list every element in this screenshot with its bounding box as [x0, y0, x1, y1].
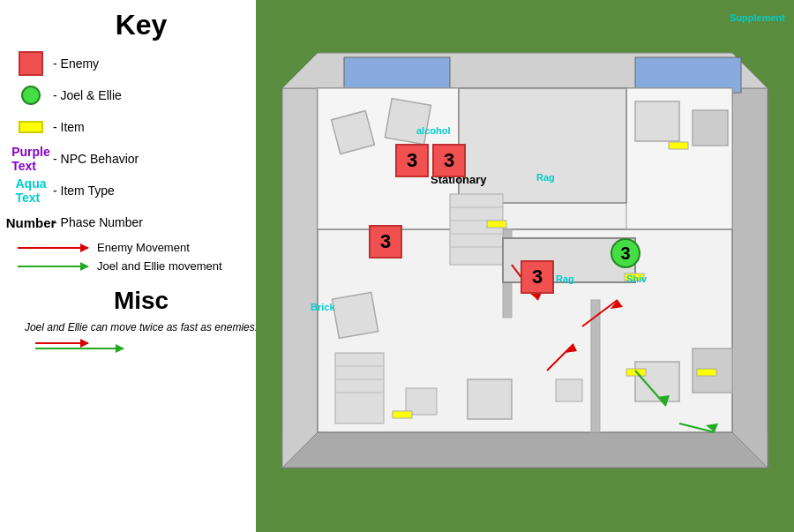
svg-rect-26: [693, 110, 728, 146]
aqua-label: - Item Type: [53, 184, 115, 198]
joel-arrow-container: [18, 266, 88, 267]
number-icon: Number: [18, 209, 44, 236]
enemy-label: - Enemy: [53, 56, 99, 71]
enemy-box-3: 3: [369, 225, 402, 259]
purple-text-sample: Purple Text: [11, 145, 50, 173]
aqua-text-icon: Aqua Text: [18, 177, 44, 204]
enemy-icon-container: [18, 50, 44, 77]
item-icon-container: [18, 114, 44, 140]
supplement-label: Supplement: [730, 12, 785, 23]
misc-red-arrow-row: [35, 342, 88, 344]
enemy-icon: [19, 51, 43, 76]
key-item-purple: Purple Text - NPC Behavior: [18, 146, 265, 172]
misc-title: Misc: [18, 287, 265, 315]
svg-rect-35: [487, 221, 506, 228]
svg-rect-19: [335, 353, 384, 423]
misc-arrows: [18, 342, 265, 349]
svg-rect-25: [635, 101, 679, 141]
misc-green-arrow-row: [35, 348, 124, 349]
purple-text-icon: Purple Text: [18, 146, 44, 172]
svg-rect-38: [697, 369, 716, 376]
svg-marker-1: [282, 432, 768, 468]
joel-movement-label: Joel and Ellie movement: [97, 259, 222, 273]
svg-rect-33: [556, 379, 582, 401]
misc-green-arrowhead: [116, 344, 124, 353]
svg-rect-6: [635, 57, 741, 93]
svg-rect-34: [669, 142, 688, 149]
svg-rect-27: [333, 292, 378, 338]
rag-label-1: Rag: [536, 172, 555, 183]
svg-marker-3: [732, 88, 768, 468]
map-panel: Supplement alcohol Stationary Rag Rag Sh…: [256, 0, 794, 532]
misc-description: Joel and Ellie can move twice as fast as…: [18, 320, 265, 335]
enemy-box-1: 3: [395, 144, 429, 177]
key-item-aqua: Aqua Text - Item Type: [18, 177, 265, 204]
joel-movement-row: Joel and Ellie movement: [18, 259, 265, 273]
aqua-text-sample: Aqua Text: [16, 176, 47, 205]
key-item-number: Number - Phase Number: [18, 209, 265, 236]
misc-section: Misc Joel and Ellie can move twice as fa…: [18, 287, 265, 349]
joel-circle-1: 3: [610, 238, 640, 268]
svg-rect-30: [468, 379, 512, 419]
map-inner: Supplement alcohol Stationary Rag Rag Sh…: [256, 0, 794, 532]
svg-rect-5: [344, 57, 450, 93]
svg-rect-24: [385, 99, 431, 145]
key-title: Key: [18, 9, 265, 41]
svg-rect-14: [450, 194, 503, 265]
svg-rect-39: [393, 411, 412, 418]
enemy-box-4: 3: [521, 260, 554, 294]
key-panel: Key - Enemy - Joel & Ellie - Item Purple…: [18, 9, 265, 349]
shiv-label: Shiv: [626, 273, 647, 284]
enemy-movement-arrow: [18, 247, 88, 249]
number-label: - Phase Number: [53, 215, 143, 229]
enemy-movement-label: Enemy Movement: [97, 241, 190, 254]
brick-label: Brick: [311, 302, 335, 312]
alcohol-label: alcohol: [416, 125, 451, 136]
number-sample: Number: [6, 215, 56, 230]
misc-red-arrowhead: [80, 339, 89, 348]
svg-marker-2: [282, 88, 318, 468]
item-icon: [19, 121, 43, 133]
joel-icon: [21, 86, 41, 105]
key-item-joel: - Joel & Ellie: [18, 82, 265, 109]
joel-icon-container: [18, 82, 44, 109]
purple-label: - NPC Behavior: [53, 152, 139, 166]
rag-label-2: Rag: [556, 273, 574, 284]
key-item-item: - Item: [18, 114, 265, 140]
enemy-arrow-container: [18, 247, 88, 249]
enemy-box-2: 3: [432, 144, 466, 177]
misc-red-arrow: [35, 342, 88, 344]
key-item-enemy: - Enemy: [18, 50, 265, 77]
joel-movement-arrow: [18, 266, 88, 267]
misc-green-arrow: [35, 348, 124, 349]
joel-label: - Joel & Ellie: [53, 88, 122, 102]
enemy-movement-row: Enemy Movement: [18, 241, 265, 254]
item-label: - Item: [53, 120, 85, 134]
